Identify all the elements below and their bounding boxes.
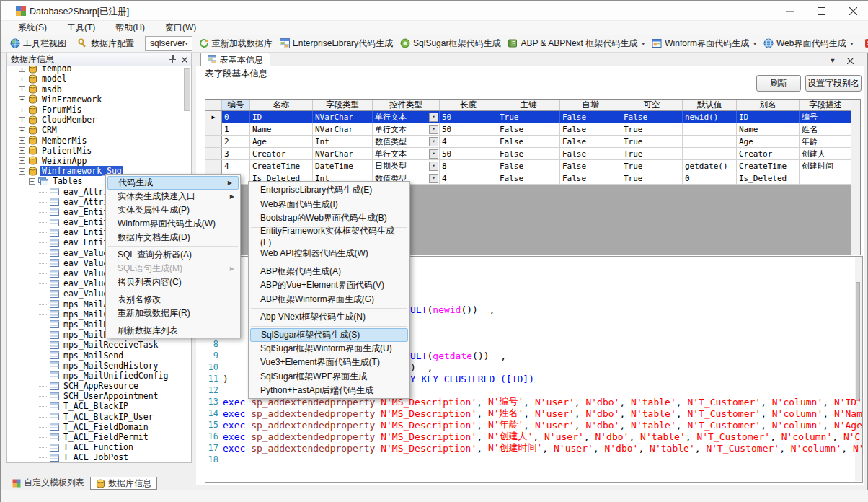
grid-row-4[interactable]: 4CreateTimeDateTime日期类型▾8FalseFalseTrueg… <box>205 160 860 172</box>
tab-table-basic-info[interactable]: 表基本信息 <box>200 53 270 66</box>
cell-combo-dropdown[interactable]: ▾ <box>429 149 438 159</box>
panel-close-icon[interactable] <box>182 55 187 65</box>
submenu-item-SqlSugar框架代码生成(S)[interactable]: SqlSugar框架代码生成(S) <box>250 328 408 342</box>
toolbar-button-退出[interactable]: 退出 <box>861 36 868 51</box>
expand-icon[interactable]: + <box>19 157 25 164</box>
context-menu-item-数据库文档生成(D)[interactable]: 数据库文档生成(D) <box>106 231 240 245</box>
tree-node-table-T_ACL_BlackIP[interactable]: T_ACL_BlackIP <box>7 401 191 411</box>
context-menu-item-拷贝列表内容(C)[interactable]: 拷贝列表内容(C) <box>106 276 240 289</box>
submenu-item-SqlSugar框架Winform界面生成(U)[interactable]: SqlSugar框架Winform界面生成(U) <box>249 342 409 356</box>
tree-node-db-WeixinApp[interactable]: +WeixinApp <box>7 156 191 166</box>
tree-node-db-msdb[interactable]: +msdb <box>7 84 191 94</box>
maximize-button[interactable] <box>805 1 837 21</box>
set-field-alias-button[interactable]: 设置字段别名 <box>805 75 862 92</box>
pin-icon[interactable] <box>169 55 176 65</box>
cell-combo-dropdown[interactable]: ▾ <box>429 113 438 122</box>
context-menu-item-表别名修改[interactable]: 表别名修改 <box>106 293 240 307</box>
grid-row-3[interactable]: 3CreatorNVarChar单行文本▾50FalseFalseTrueCre… <box>205 148 860 160</box>
expand-icon[interactable]: + <box>19 96 25 102</box>
tree-node-db-CloudMember[interactable]: +CloudMember <box>7 115 191 125</box>
grid-column-header-默认值[interactable]: 默认值 <box>683 100 737 110</box>
grid-column-header-别名[interactable]: 别名 <box>737 100 800 110</box>
submenu-item-EnterpriseLibrary代码生成(E)[interactable]: EnterpriseLibrary代码生成(E) <box>249 183 409 198</box>
tree-node-db-MemberMis[interactable]: +MemberMis <box>7 136 191 146</box>
tree-node-table-mps_MailSend[interactable]: mps_MailSend <box>7 350 191 360</box>
toolbar-button-重新加载数据库[interactable]: 重新加载数据库 <box>195 36 276 51</box>
tree-node-table-T_ACL_Function[interactable]: T_ACL_Function <box>7 442 191 452</box>
cell-combo-dropdown[interactable]: ▾ <box>429 174 438 183</box>
toolbar-button-Winform界面代码生成[interactable]: Winform界面代码生成▾ <box>648 36 760 51</box>
menubar-item-4[interactable]: 窗口(W) <box>156 20 205 35</box>
tree-node-table-SCH_AppResource[interactable]: SCH_AppResource <box>7 381 191 391</box>
tab-close-icon[interactable] <box>844 56 856 66</box>
grid-column-header-编号[interactable]: 编号 <box>222 100 250 110</box>
grid-row-selector[interactable] <box>205 136 222 147</box>
expand-icon[interactable]: + <box>19 107 25 113</box>
tree-node-table-mps_MailSendHistory[interactable]: mps_MailSendHistory <box>7 361 191 371</box>
grid-column-header-自增[interactable]: 自增 <box>560 100 621 110</box>
toolbar-button-Web界面代码生成[interactable]: Web界面代码生成▾ <box>760 36 856 51</box>
toolbar-button-SqlSugar框架代码生成[interactable]: SqlSugar框架代码生成 <box>397 36 504 51</box>
expand-icon[interactable]: + <box>19 66 25 72</box>
menubar-item-1[interactable]: 系统(S) <box>9 20 56 35</box>
tree-node-table-T_ACL_FieldDomain[interactable]: T_ACL_FieldDomain <box>7 422 191 432</box>
submenu-item-Python+FastApi后端代码生成[interactable]: Python+FastApi后端代码生成 <box>249 384 409 398</box>
tree-node-db-ForumMis[interactable]: +ForumMis <box>7 105 191 115</box>
code-scrollbar-thumb[interactable] <box>856 282 860 401</box>
cell-combo-dropdown[interactable]: ▾ <box>429 125 438 134</box>
submenu-item-Vue3+Element界面代码生成(T)[interactable]: Vue3+Element界面代码生成(T) <box>249 356 409 370</box>
expand-icon[interactable]: + <box>19 86 25 92</box>
grid-column-header-字段类型[interactable]: 字段类型 <box>313 100 373 110</box>
context-menu-item-重新加载数据库(R)[interactable]: 重新加载数据库(R) <box>106 307 240 320</box>
tree-node-db-model[interactable]: +model <box>7 74 191 84</box>
context-menu-item-SQL 查询分析器(A)[interactable]: SQL 查询分析器(A) <box>106 248 240 262</box>
submenu-item-EntityFramework实体框架代码生成(F)[interactable]: EntityFramework实体框架代码生成(F) <box>249 229 409 244</box>
tree-node-table-SCH_UserAppointment[interactable]: SCH_UserAppointment <box>7 391 191 401</box>
toolbar-button-EnterpriseLibrary代码生成[interactable]: EnterpriseLibrary代码生成 <box>276 36 397 51</box>
tree-node-table-mps_MailReceiveTask[interactable]: mps_MailReceiveTask <box>7 340 191 350</box>
bottom-tab-数据库信息[interactable]: 数据库信息 <box>90 477 157 490</box>
menubar-item-3[interactable]: 帮助(H) <box>107 20 154 35</box>
minimize-button[interactable] <box>774 1 805 21</box>
submenu-item-Web API控制器代码生成(W)[interactable]: Web API控制器代码生成(W) <box>249 247 409 261</box>
expand-icon[interactable]: + <box>19 117 25 123</box>
grid-column-header-控件类型[interactable]: 控件类型 <box>373 100 440 110</box>
tree-node-table-T_ACL_BlackIP_User[interactable]: T_ACL_BlackIP_User <box>7 412 191 422</box>
grid-row-selector[interactable]: ▶ <box>205 111 222 123</box>
submenu-item-ABP的Vue+Element界面代码(V)[interactable]: ABP的Vue+Element界面代码(V) <box>249 278 409 293</box>
tree-node-db-PatientMis[interactable]: +PatientMis <box>7 146 191 156</box>
database-type-combo[interactable]: sqlserver▾ <box>145 36 192 51</box>
grid-scrollbar-track[interactable] <box>851 100 860 255</box>
cell-combo-dropdown[interactable]: ▾ <box>429 162 438 171</box>
grid-row-2[interactable]: 2AgeInt数值类型▾4FalseFalseTrueAge年龄 <box>205 136 860 148</box>
grid-column-header-字段描述[interactable]: 字段描述 <box>800 100 852 110</box>
submenu-item-Bootstrap的Web界面代码生成(B)[interactable]: Bootstrap的Web界面代码生成(B) <box>249 211 409 226</box>
grid-row-selector[interactable] <box>205 160 222 172</box>
collapse-icon[interactable]: − <box>19 168 25 175</box>
grid-row-0[interactable]: ▶0IDNVarChar单行文本▾50TrueFalseFalsenewid()… <box>205 111 860 123</box>
grid-column-header-可空[interactable]: 可空 <box>621 100 683 110</box>
submenu-item-ABP框架代码生成(A)[interactable]: ABP框架代码生成(A) <box>249 265 409 279</box>
refresh-button[interactable]: 刷新 <box>756 75 801 92</box>
expand-icon[interactable]: + <box>19 127 25 133</box>
context-menu-item-实体类属性生成(P)[interactable]: 实体类属性生成(P) <box>106 203 240 217</box>
tree-node-table-mps_MailUnifiedConfig[interactable]: mps_MailUnifiedConfig <box>7 371 191 381</box>
tree-node-table-T_ACL_FieldPermit[interactable]: T_ACL_FieldPermit <box>7 432 191 442</box>
grid-row-selector[interactable] <box>205 123 222 135</box>
bottom-tab-自定义模板列表[interactable]: 自定义模板列表 <box>6 477 90 490</box>
tab-list-dropdown-icon[interactable]: ▼ <box>827 56 838 66</box>
context-menu-item-Winform界面代码生成(W)[interactable]: Winform界面代码生成(W) <box>106 217 240 231</box>
cell-combo-dropdown[interactable]: ▾ <box>429 137 438 146</box>
tree-node-table-T_ACL_JobPost[interactable]: T_ACL_JobPost <box>7 452 191 462</box>
expand-icon[interactable]: + <box>19 147 25 154</box>
tree-node-db-WinFramework[interactable]: +WinFramework <box>7 94 191 105</box>
tree-node-db-CRM[interactable]: +CRM <box>7 125 191 135</box>
toolbar-button-工具栏视图[interactable]: 工具栏视图 <box>6 36 70 51</box>
collapse-icon[interactable]: − <box>29 178 35 185</box>
grid-row-1[interactable]: 1NameNVarChar单行文本▾50FalseFalseTrueName姓名 <box>205 123 860 136</box>
tree-node-table-T_ACL_LoginLog[interactable]: T_ACL_LoginLog <box>7 463 191 464</box>
toolbar-button-数据库配置[interactable]: 数据库配置 <box>74 36 138 51</box>
submenu-item-Web界面代码生成(I)[interactable]: Web界面代码生成(I) <box>249 198 409 212</box>
grid-column-header-名称[interactable]: 名称 <box>250 100 313 110</box>
context-menu-item-SQL语句生成(M)[interactable]: SQL语句生成(M)▶ <box>106 262 240 276</box>
